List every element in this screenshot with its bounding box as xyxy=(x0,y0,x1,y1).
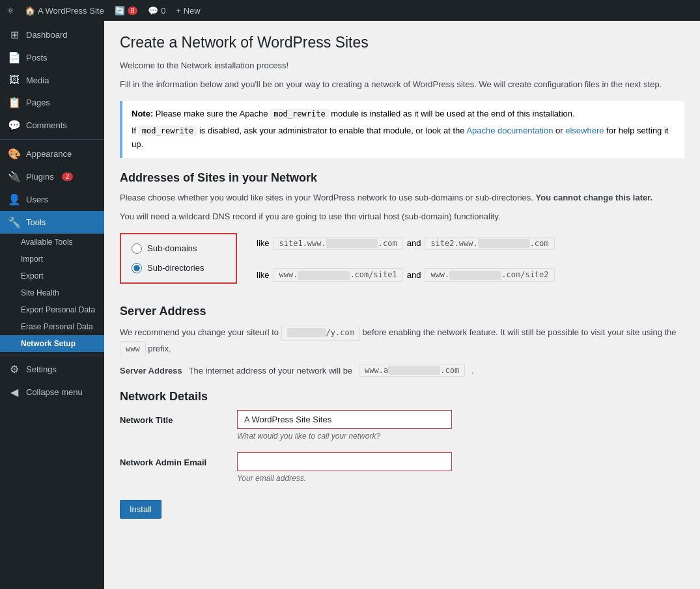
notice-code1: mod_rewrite xyxy=(270,109,328,119)
install-button[interactable]: Install xyxy=(120,500,161,519)
plugins-icon: 🔌 xyxy=(8,171,21,183)
wp-logo-item[interactable]: ⚛ xyxy=(7,6,14,16)
install-row: Install xyxy=(120,495,684,519)
updates-count: 8 xyxy=(128,7,138,15)
sidebar-item-appearance-label: Appearance xyxy=(26,149,72,159)
subdirectory-option[interactable]: Sub-directories xyxy=(132,263,225,273)
radio-group: Sub-domains Sub-directories xyxy=(120,233,237,284)
comments-icon: 💬 xyxy=(148,6,158,16)
sidebar-sub-export[interactable]: Export xyxy=(0,267,104,284)
server-address-title: Server Address xyxy=(120,305,684,318)
url-examples: like site1.www..com and site2.www..com l… xyxy=(257,233,555,287)
new-label: + New xyxy=(176,6,200,16)
collapse-icon: ◀ xyxy=(8,386,21,398)
network-email-field-wrap: Your email address. xyxy=(237,452,452,483)
sidebar-item-collapse-label: Collapse menu xyxy=(26,387,83,397)
addresses-desc1: Please choose whether you would like sit… xyxy=(120,191,684,205)
sidebar-item-posts[interactable]: 📄 Posts xyxy=(0,46,104,69)
subdomain-and: and xyxy=(407,238,421,248)
subdomain-label: Sub-domains xyxy=(147,243,197,253)
sidebar-sub-export-personal[interactable]: Export Personal Data xyxy=(0,301,104,318)
import-label: Import xyxy=(21,254,43,264)
comments-sidebar-icon: 💬 xyxy=(8,119,21,131)
subdomain-ex1: site1.www..com xyxy=(273,237,403,251)
sidebar-sub-available-tools[interactable]: Available Tools xyxy=(0,234,104,251)
notice-text2: module is installed as it will be used a… xyxy=(331,109,574,118)
network-email-label: Network Admin Email xyxy=(120,452,224,467)
network-details-title: Network Details xyxy=(120,390,684,404)
addresses-desc2: You will need a wildcard DNS record if y… xyxy=(120,210,684,224)
erase-personal-label: Erase Personal Data xyxy=(21,322,93,331)
updates-item[interactable]: 🔄 8 xyxy=(115,6,138,16)
network-title-row: Network Title What would you like to cal… xyxy=(120,410,684,441)
notice-box: Note: Please make sure the Apache mod_re… xyxy=(120,101,684,158)
addresses-section-title: Addresses of Sites in your Network xyxy=(120,171,684,185)
sidebar-item-settings[interactable]: ⚙ Settings xyxy=(0,358,104,381)
admin-bar: ⚛ 🏠 A WordPress Site 🔄 8 💬 0 + New xyxy=(0,0,700,21)
elsewhere-link[interactable]: elsewhere xyxy=(565,126,604,135)
notice-text4: is disabled, ask your administrator to e… xyxy=(199,126,466,135)
apache-doc-link[interactable]: Apache documentation xyxy=(466,126,553,135)
sidebar-divider-2 xyxy=(0,355,104,355)
sidebar-item-collapse[interactable]: ◀ Collapse menu xyxy=(0,381,104,404)
sidebar-item-appearance[interactable]: 🎨 Appearance xyxy=(0,143,104,165)
notice-text5: or xyxy=(555,126,565,135)
intro-text-2: Fill in the information below and you'll… xyxy=(120,78,684,92)
comments-count: 0 xyxy=(161,6,165,16)
media-icon: 🖼 xyxy=(8,74,21,86)
subdomain-ex2: site2.www..com xyxy=(425,237,554,251)
network-email-input[interactable] xyxy=(237,452,452,471)
settings-icon: ⚙ xyxy=(8,363,21,376)
subdomain-radio[interactable] xyxy=(132,243,142,254)
sidebar-item-comments[interactable]: 💬 Comments xyxy=(0,114,104,137)
comments-item[interactable]: 💬 0 xyxy=(148,6,165,16)
sidebar-sub-import[interactable]: Import xyxy=(0,251,104,267)
wp-logo-icon: ⚛ xyxy=(7,6,14,16)
subdir-url-row: like www..com/site1 and www..com/site2 xyxy=(257,268,555,282)
sidebar-sub-erase-personal[interactable]: Erase Personal Data xyxy=(0,318,104,335)
sidebar-item-dashboard[interactable]: ⊞ Dashboard xyxy=(0,23,104,46)
site-name: A WordPress Site xyxy=(38,6,104,16)
siteurl-code: /y.com xyxy=(281,325,360,341)
sidebar-item-settings-label: Settings xyxy=(26,364,57,374)
plugins-badge: 2 xyxy=(62,172,74,181)
sidebar-item-pages[interactable]: 📋 Pages xyxy=(0,91,104,114)
sidebar-item-plugins[interactable]: 🔌 Plugins 2 xyxy=(0,165,104,188)
sidebar-sub-network-setup[interactable]: Network Setup xyxy=(0,335,104,352)
users-icon: 👤 xyxy=(8,193,21,206)
sidebar-item-users[interactable]: 👤 Users xyxy=(0,188,104,211)
updates-icon: 🔄 xyxy=(115,6,125,16)
sidebar-item-media[interactable]: 🖼 Media xyxy=(0,69,104,91)
sidebar-item-dashboard-label: Dashboard xyxy=(26,30,68,40)
posts-icon: 📄 xyxy=(8,51,21,64)
server-address-label: Server Address xyxy=(120,366,182,376)
sidebar-item-tools[interactable]: 🔧 Tools xyxy=(0,211,104,234)
subdirectory-label: Sub-directories xyxy=(147,263,204,273)
layout: ⊞ Dashboard 📄 Posts 🖼 Media 📋 Pages 💬 Co… xyxy=(0,21,700,589)
network-setup-label: Network Setup xyxy=(21,339,76,348)
appearance-icon: 🎨 xyxy=(8,148,21,160)
page-title: Create a Network of WordPress Sites xyxy=(120,34,684,51)
server-address-row: Server Address The internet address of y… xyxy=(120,364,684,377)
subdirectory-radio[interactable] xyxy=(132,263,142,273)
network-email-hint: Your email address. xyxy=(237,474,452,483)
pages-icon: 📋 xyxy=(8,96,21,109)
network-title-field-wrap: What would you like to call your network… xyxy=(237,410,452,441)
new-item[interactable]: + New xyxy=(176,6,200,16)
notice-text1: Note: Please make sure the Apache xyxy=(132,109,270,118)
notice-text3: If xyxy=(132,126,139,135)
sidebar-sub-site-health[interactable]: Site Health xyxy=(0,284,104,301)
server-address-value: www.a.com xyxy=(359,364,465,377)
site-name-item[interactable]: 🏠 A WordPress Site xyxy=(25,6,104,16)
subdomain-option[interactable]: Sub-domains xyxy=(132,243,225,254)
address-options-row: Sub-domains Sub-directories like site1.w… xyxy=(120,233,684,292)
network-title-hint: What would you like to call your network… xyxy=(237,431,452,441)
subdir-ex2: www..com/site2 xyxy=(425,268,554,282)
network-title-input[interactable] xyxy=(237,410,452,429)
subdomain-like: like xyxy=(257,238,270,248)
notice-code2: mod_rewrite xyxy=(139,126,197,136)
www-prefix-code: www xyxy=(120,341,146,357)
sidebar-divider-1 xyxy=(0,139,104,140)
sidebar-item-comments-label: Comments xyxy=(26,120,67,130)
intro-text-1: Welcome to the Network installation proc… xyxy=(120,59,684,73)
